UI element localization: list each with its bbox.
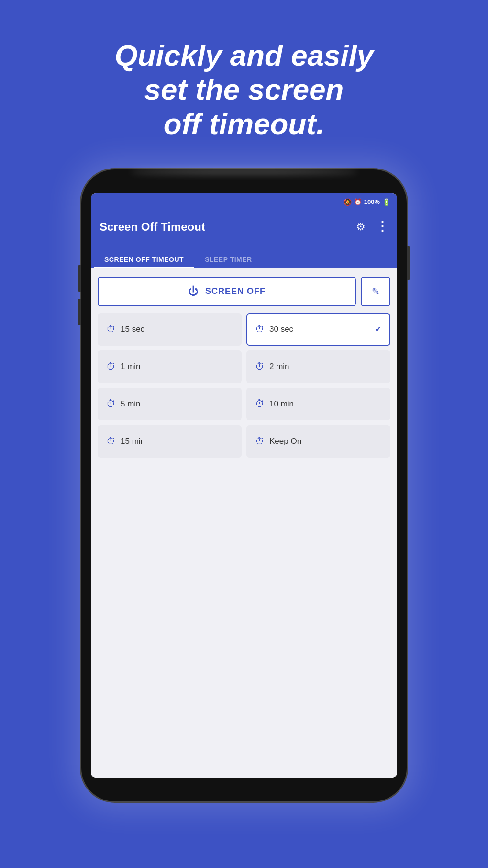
timer-option-10min[interactable]: ⏱ 10 min <box>246 388 390 420</box>
timer-label-15sec: 15 sec <box>121 325 233 334</box>
power-icon: ⏻ <box>188 285 199 298</box>
phone-mockup: 🔕 ⏰ 100% 🔋 Screen Off Timeout ⚙ ⋮ SCREEN… <box>81 169 407 801</box>
app-bar-icons: ⚙ ⋮ <box>356 219 388 234</box>
more-options-icon[interactable]: ⋮ <box>376 219 388 234</box>
settings-icon[interactable]: ⚙ <box>356 221 366 233</box>
battery-percent: 100% <box>364 198 380 205</box>
app-bar: Screen Off Timeout ⚙ ⋮ <box>91 211 397 243</box>
headline-line3: off timeout. <box>164 107 324 140</box>
clock-icon: ⏱ <box>106 361 116 372</box>
clock-icon: ⏱ <box>255 398 265 409</box>
screen-content: ⏻ SCREEN OFF ✎ ⏱ 15 sec ⏱ 30 sec ✓ <box>91 268 397 778</box>
timer-label-2min: 2 min <box>269 362 382 372</box>
status-bar: 🔕 ⏰ 100% 🔋 <box>91 193 397 211</box>
headline-line2: set the screen <box>144 73 344 106</box>
clock-icon: ⏱ <box>106 398 116 409</box>
timer-option-2min[interactable]: ⏱ 2 min <box>246 350 390 383</box>
timer-option-30sec[interactable]: ⏱ 30 sec ✓ <box>246 313 390 346</box>
timer-grid: ⏱ 15 sec ⏱ 30 sec ✓ ⏱ 1 min ⏱ 2 min <box>98 313 390 458</box>
timer-label-30sec: 30 sec <box>269 325 370 334</box>
app-title: Screen Off Timeout <box>100 220 356 234</box>
clock-icon: ⏱ <box>106 324 116 335</box>
volume-button-up <box>78 265 81 292</box>
edit-button[interactable]: ✎ <box>361 277 390 306</box>
timer-option-15min[interactable]: ⏱ 15 min <box>98 425 242 458</box>
headline: Quickly and easily set the screen off ti… <box>65 38 423 141</box>
headline-line1: Quickly and easily <box>114 39 373 72</box>
status-icons: 🔕 ⏰ 100% 🔋 <box>344 198 390 206</box>
battery-icon: 🔋 <box>382 198 390 206</box>
clock-icon: ⏱ <box>255 436 265 447</box>
volume-button-down <box>78 299 81 325</box>
timer-label-5min: 5 min <box>121 399 233 409</box>
screen-off-label: SCREEN OFF <box>205 286 266 296</box>
clock-icon: ⏱ <box>255 324 265 335</box>
timer-label-10min: 10 min <box>269 399 382 409</box>
screen-off-button[interactable]: ⏻ SCREEN OFF <box>98 277 356 306</box>
timer-option-5min[interactable]: ⏱ 5 min <box>98 388 242 420</box>
screen-off-row: ⏻ SCREEN OFF ✎ <box>98 277 390 306</box>
edit-icon: ✎ <box>372 286 380 297</box>
phone-screen: 🔕 ⏰ 100% 🔋 Screen Off Timeout ⚙ ⋮ SCREEN… <box>91 193 397 778</box>
tab-sleep-timer[interactable]: SLEEP TIMER <box>194 256 263 268</box>
timer-label-15min: 15 min <box>121 437 233 446</box>
timer-option-keep-on[interactable]: ⏱ Keep On <box>246 425 390 458</box>
timer-label-keep-on: Keep On <box>269 437 382 446</box>
clock-icon: ⏱ <box>255 361 265 372</box>
checkmark-icon: ✓ <box>375 324 382 335</box>
timer-option-1min[interactable]: ⏱ 1 min <box>98 350 242 383</box>
mute-icon: 🔕 <box>344 198 352 206</box>
tab-screen-off-timeout[interactable]: SCREEN OFF TIMEOUT <box>94 256 194 268</box>
timer-label-1min: 1 min <box>121 362 233 372</box>
tab-bar: SCREEN OFF TIMEOUT SLEEP TIMER <box>91 243 397 268</box>
clock-icon: ⏱ <box>106 436 116 447</box>
alarm-icon: ⏰ <box>354 198 362 205</box>
timer-option-15sec[interactable]: ⏱ 15 sec <box>98 313 242 346</box>
